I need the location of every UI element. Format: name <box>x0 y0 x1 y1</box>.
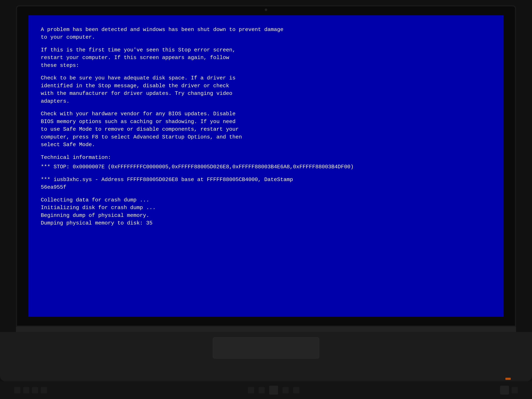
bsod-dump-line3: Beginning dump of physical memory. <box>41 212 491 220</box>
bsod-dump-line2: Initializing disk for crash dump ... <box>41 204 491 212</box>
time-icon <box>512 387 518 393</box>
laptop-hinge: lenovo <box>16 327 516 332</box>
bsod-diskcheck-line4: adapters. <box>41 98 491 105</box>
trackpad[interactable] <box>213 337 319 359</box>
back-icon <box>293 387 299 393</box>
bottom-icons-left <box>14 387 47 393</box>
bsod-technical-heading: Technical information: <box>41 154 491 162</box>
arrow-left-icon <box>248 387 254 393</box>
screen-bezel: A problem has been detected and windows … <box>16 5 516 327</box>
bsod-bioscheck-line5: select Safe Mode. <box>41 141 491 149</box>
brightness-icon <box>32 387 38 393</box>
laptop-outer: A problem has been detected and windows … <box>0 0 532 399</box>
bsod-diskcheck-line1: Check to be sure you have adequate disk … <box>41 74 491 82</box>
bsod-diskcheck-section: Check to be sure you have adequate disk … <box>41 74 491 105</box>
bsod-dump-section: Collecting data for crash dump ... Initi… <box>41 196 491 227</box>
bsod-dump-line4: Dumping physical memory to disk: 35 <box>41 219 491 227</box>
bsod-bioscheck-line3: to use Safe Mode to remove or disable co… <box>41 126 491 133</box>
bsod-driver-section: *** iusb3xhc.sys - Address FFFFF88005D02… <box>41 176 491 191</box>
bsod-dump-line1: Collecting data for crash dump ... <box>41 196 491 204</box>
bsod-bioscheck-section: Check with your hardware vendor for any … <box>41 110 491 149</box>
bsod-firsttime-line2: restart your computer. If this screen ap… <box>41 54 491 62</box>
bsod-firsttime-line3: these steps: <box>41 62 491 70</box>
battery-icon <box>500 386 509 395</box>
bsod-header-line1: A problem has been detected and windows … <box>41 26 491 34</box>
bsod-header-section: A problem has been detected and windows … <box>41 26 491 41</box>
laptop-base <box>0 332 532 381</box>
bsod-content: A problem has been detected and windows … <box>41 26 491 308</box>
bsod-driver-line1: *** iusb3xhc.sys - Address FFFFF88005D02… <box>41 176 491 184</box>
bsod-bioscheck-line2: BIOS memory options such as caching or s… <box>41 118 491 126</box>
bsod-firsttime-section: If this is the first time you've seen th… <box>41 46 491 70</box>
bsod-driver-line2: 56ea955f <box>41 184 491 191</box>
bsod-screen: A problem has been detected and windows … <box>28 15 504 317</box>
wifi-icon <box>41 387 47 393</box>
bottom-center-icons <box>248 386 299 395</box>
bsod-header-line2: to your computer. <box>41 33 491 41</box>
bsod-bioscheck-line1: Check with your hardware vendor for any … <box>41 110 491 118</box>
arrow-right-icon <box>259 387 265 393</box>
bsod-stop-code: *** STOP: 0x0000007E (0xFFFFFFFFC0000005… <box>41 163 491 171</box>
home-icon <box>283 387 289 393</box>
camera-dot <box>265 8 267 11</box>
menu-icon <box>269 386 278 395</box>
bsod-diskcheck-line3: with the manufacturer for driver updates… <box>41 90 491 98</box>
bsod-diskcheck-line2: identified in the Stop message, disable … <box>41 82 491 90</box>
bsod-bioscheck-line4: computer, press F8 to select Advanced St… <box>41 133 491 141</box>
bsod-technical-section: Technical information: *** STOP: 0x00000… <box>41 154 491 171</box>
bsod-firsttime-line1: If this is the first time you've seen th… <box>41 46 491 54</box>
power-icon <box>14 387 20 393</box>
indicator-light <box>505 378 511 380</box>
volume-icon <box>23 387 29 393</box>
bottom-bar <box>0 381 532 399</box>
bottom-icons-right <box>500 386 518 395</box>
